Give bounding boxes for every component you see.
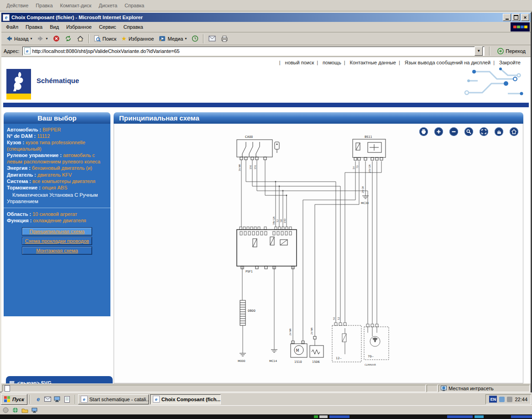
language-indicator[interactable]: EN [489,396,497,403]
diagram-pan-hand-button[interactable] [495,127,503,136]
vm-menu-help[interactable]: Справка [121,1,148,10]
go-button[interactable]: Переход [495,46,528,56]
close-button[interactable]: × [521,14,529,21]
media-dropdown-icon[interactable]: ▾ [185,37,187,41]
link-new-search[interactable]: новый поиск [279,60,314,65]
favorites-star-icon: ★ [121,35,127,42]
task-ie-icon: e [153,396,160,403]
header-divider-bar [3,103,529,107]
menu-help[interactable]: Справка [120,23,147,31]
address-url: http://localhost:8080/sht/jsp/ValideChoi… [32,48,180,54]
schematic-diagram-button[interactable]: Принципиальная схема [22,227,92,236]
task-button-start-schematique[interactable]: e Start schematique - catali... [78,394,149,404]
windows-flag-icon [4,396,10,402]
diagram-fullscreen-button[interactable] [480,127,488,136]
forward-button[interactable]: ▾ [35,33,50,44]
diagram-magnifier-button[interactable] [464,127,473,136]
taskbar-separator [30,395,31,404]
start-button[interactable]: Пуск [1,394,27,405]
search-button[interactable]: Поиск [92,33,119,44]
address-dropdown-button[interactable]: ▼ [475,47,483,56]
ie-statusbar: Местная интрасеть [1,383,531,393]
window-title: Choix Composant (fichier) - Microsoft In… [11,15,502,20]
wire-label: 1V [352,166,355,169]
diagram-print-button[interactable] [419,127,428,136]
host-globe-icon[interactable] [12,407,19,414]
mounting-diagram-button[interactable]: Монтажная схема [22,246,92,255]
quicklaunch-desktop-icon[interactable] [53,395,62,403]
favorites-button[interactable]: ★ Избранное [119,33,156,44]
quicklaunch-ie-icon[interactable]: e [34,395,42,403]
refresh-button[interactable] [63,33,74,44]
wiring-routing-button[interactable]: Схема прокладки проводов [22,237,92,245]
area-label: Область : [7,211,31,217]
print-button[interactable] [219,33,230,44]
forward-dropdown-icon[interactable]: ▾ [46,37,48,41]
favorites-label: Избранное [129,36,154,42]
host-back-icon[interactable] [2,407,9,414]
host-monitor-icon[interactable] [31,407,38,414]
component-label: CLIMAVHR [365,364,376,366]
wire-label: 2V NR [310,327,313,335]
mail-button[interactable] [206,33,218,44]
media-button[interactable]: Медиа ▾ [156,33,189,44]
stop-icon [53,35,60,42]
host-folder-icon[interactable] [21,407,28,414]
menu-view[interactable]: Вид [46,23,63,31]
toolbar-separator [89,34,89,43]
menu-favorites[interactable]: Избранное [63,23,95,31]
taskbar-separator [75,395,76,404]
tray-network-icon[interactable] [499,397,505,402]
diagram-panel: CA00 BS11 [114,124,523,383]
wire-label: 150 [249,165,252,169]
peugeot-logo [6,69,31,94]
back-dropdown-icon[interactable]: ▾ [31,37,32,41]
wire-label: 73 [356,166,359,168]
function-label: Функция : [7,218,31,223]
sidebar-divider [4,208,110,208]
engine-label: Двигатель : [7,172,36,178]
link-help[interactable]: помощь [317,60,341,65]
link-contacts[interactable]: Контактные данные [344,60,396,65]
function-line: Функция : охлаждение двигателя [7,217,107,224]
history-button[interactable] [189,33,201,44]
task-button-choix-composant[interactable]: e Choix Composant (fich... [150,394,221,404]
vm-menu-cd[interactable]: Компакт-диск [57,1,95,10]
search-icon [94,35,101,42]
tray-volume-icon[interactable] [507,397,512,402]
diagram-home-button[interactable] [510,127,518,136]
menu-edit[interactable]: Правка [22,23,46,31]
address-input[interactable]: e http://localhost:8080/sht/jsp/ValideCh… [22,47,485,56]
diagram-zoom-out-button[interactable] [449,127,458,136]
brand-title: Schématique [37,77,79,84]
page-doc-icon: e [24,47,31,54]
wire-label: 12 [276,220,279,222]
wire-label: 15D [283,219,286,223]
vehicle-value: BIPPER [42,127,61,132]
diagram-canvas[interactable]: CA00 BS11 [114,124,523,382]
quicklaunch-mail-icon[interactable] [44,395,52,403]
vm-menu-edit[interactable]: Правка [32,1,56,10]
stop-button[interactable] [51,33,62,44]
vm-menu-floppy[interactable]: Дискета [95,1,121,10]
maximize-button[interactable] [512,14,520,21]
component-label: MC30 [361,201,369,204]
minimize-button[interactable] [503,14,511,21]
dam-line: N° de DAM : 11112 [7,133,107,139]
go-arrow-icon [497,48,504,54]
diagram-zoom-in-button[interactable] [434,127,443,136]
refresh-icon [65,35,72,42]
menu-file[interactable]: Файл [2,23,22,31]
sidebar: Ваш выбор Автомобиль : BIPPER N° de DAM … [4,112,110,316]
intranet-zone-icon [441,386,447,391]
quicklaunch-document-icon[interactable] [63,395,71,403]
home-button[interactable] [74,33,86,44]
wire-label: 2V NR [289,328,292,335]
menu-tools[interactable]: Сервис [95,23,120,31]
back-button[interactable]: Назад ▾ [3,33,35,44]
dam-label: N° de DAM : [7,133,36,139]
tool-svg-viewer[interactable]: <вьюэр> SVG [10,380,109,383]
wire-label: 151 [254,165,256,169]
main-area: Принципиальная схема [114,112,523,383]
vm-menu-action[interactable]: Действие [3,1,32,10]
